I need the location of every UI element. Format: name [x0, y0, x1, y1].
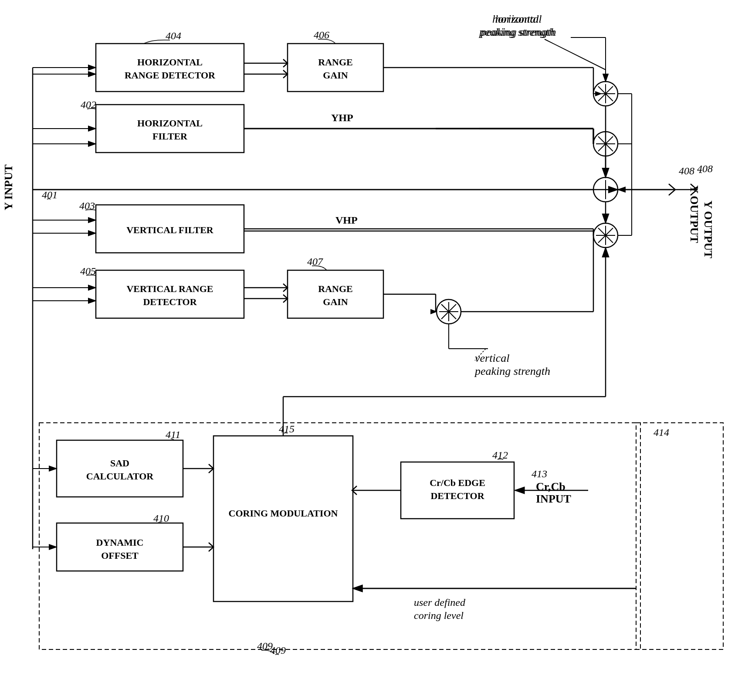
- do-label-1: DYNAMIC: [96, 537, 144, 548]
- vf-label-1: VERTICAL FILTER: [126, 224, 214, 235]
- do-label-2: OFFSET: [101, 550, 139, 561]
- crcb-input-label: Cr,Cb: [536, 480, 566, 493]
- y-input-label: Y INPUT: [2, 164, 15, 210]
- rg406-label-2: GAIN: [323, 70, 348, 81]
- ref-409-curved: 409: [257, 640, 273, 652]
- h-peak-strength-label: horizontal: [492, 13, 539, 25]
- rg407-label-1: RANGE: [318, 283, 352, 294]
- rg406-label-1: RANGE: [318, 57, 352, 68]
- yhp-label: YHP: [331, 112, 353, 123]
- sad-label-1: SAD: [110, 458, 129, 469]
- sad-label-2: CALCULATOR: [86, 471, 154, 482]
- hf-label-1: HORIZONTAL: [137, 118, 203, 129]
- diagram-container: HORIZONTAL RANGE DETECTOR 404 RANGE GAIN…: [0, 0, 745, 700]
- rg407-label-2: GAIN: [323, 296, 348, 307]
- hf-label-2: FILTER: [152, 131, 188, 142]
- user-coring-label: user defined: [414, 597, 466, 608]
- ref-411: 411: [166, 429, 180, 440]
- h-peak-strength-label-2: peaking strength: [478, 26, 555, 38]
- y-output-label: Y OUTPUT: [688, 185, 701, 243]
- v-peaking-label: vertical: [475, 352, 509, 364]
- ref-410: 410: [153, 513, 169, 524]
- cced-label-2: DETECTOR: [430, 490, 484, 501]
- crcb-input-label-2: INPUT: [536, 493, 571, 505]
- v-peaking-label-2: peaking strength: [474, 365, 550, 377]
- cm-label-1: CORING MODULATION: [229, 508, 338, 519]
- vrd-label-2: DETECTOR: [143, 296, 197, 307]
- ref-413: 413: [532, 468, 547, 479]
- user-coring-label-2: coring level: [414, 610, 464, 621]
- hrd-label-1: HORIZONTAL: [137, 57, 203, 68]
- hrd-label-2: RANGE DETECTOR: [125, 70, 216, 81]
- y-output-rotated: Y OUTPUT: [702, 200, 715, 258]
- ref-414: 414: [654, 427, 669, 438]
- vhp-label: VHP: [335, 214, 358, 226]
- ref-408: 408: [679, 165, 694, 177]
- vrd-label-1: VERTICAL RANGE: [126, 283, 213, 294]
- cced-label-1: Cr/Cb EDGE: [430, 477, 485, 488]
